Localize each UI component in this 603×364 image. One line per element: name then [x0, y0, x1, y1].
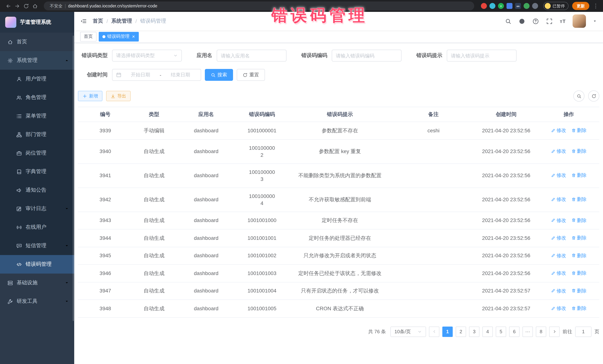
message-icon	[16, 243, 22, 249]
colorzilla-extension-icon[interactable]	[489, 3, 495, 9]
sidebar-scrollbar[interactable]	[73, 36, 74, 321]
avatar[interactable]	[573, 14, 586, 28]
edit-link[interactable]: 修改	[551, 172, 566, 179]
breadcrumb-item[interactable]: 首页	[93, 18, 103, 24]
next-page-button[interactable]	[549, 326, 560, 337]
page-button-5[interactable]: 5	[496, 326, 506, 337]
delete-link[interactable]: 删除	[571, 172, 587, 179]
sidebar-item-infrastructure[interactable]: 基础设施	[0, 274, 74, 292]
sidebar-item-notice-announcement[interactable]: 通知公告	[0, 181, 74, 199]
page-button-2[interactable]: 2	[456, 326, 466, 337]
sidebar-item-audit-log[interactable]: 审计日志	[0, 199, 74, 218]
refresh-table-button[interactable]	[588, 90, 599, 101]
goto-page-input[interactable]	[575, 326, 591, 337]
date-range-picker[interactable]: 开始日期 - 结束日期	[112, 69, 201, 81]
total-count: 共 76 条	[368, 328, 386, 335]
edit-link[interactable]: 修改	[551, 287, 566, 294]
error-code-input[interactable]	[336, 53, 397, 58]
sidebar-item-dict-management[interactable]: 字典管理	[0, 162, 74, 181]
reset-button[interactable]: 重置	[237, 69, 265, 81]
page-button-6[interactable]: 6	[509, 326, 520, 337]
font-size-icon[interactable]: тT	[560, 18, 566, 24]
browser-menu-icon[interactable]: ⋮	[593, 3, 599, 9]
delete-link[interactable]: 删除	[571, 269, 587, 276]
error-hint-input[interactable]	[451, 53, 512, 58]
close-icon[interactable]: ×	[132, 34, 135, 39]
delete-link[interactable]: 删除	[571, 287, 587, 294]
address-bar[interactable]: 不安全 | dashboard.yudao.iocoder.cn/system/…	[44, 1, 474, 10]
hamburger-icon[interactable]	[80, 18, 87, 24]
delete-link[interactable]: 删除	[571, 234, 587, 241]
sidebar-item-label: 部门管理	[26, 131, 46, 138]
tab-error-code-management[interactable]: 错误码管理×	[99, 32, 139, 41]
delete-link[interactable]: 删除	[571, 127, 587, 134]
edit-link[interactable]: 修改	[551, 217, 566, 224]
app-name-input[interactable]	[221, 53, 282, 58]
add-button[interactable]: 新增	[78, 91, 103, 101]
table-row: 3940自动生成dashboard1001000002参数配置 key 重复20…	[78, 139, 599, 164]
edit-link[interactable]: 修改	[551, 305, 566, 312]
vue-devtools-extension-icon[interactable]: V	[498, 3, 504, 9]
profile-paused-badge[interactable]: 已暂停	[543, 2, 568, 10]
page-button-3[interactable]: 3	[469, 326, 479, 337]
sidebar-item-post-management[interactable]: 岗位管理	[0, 144, 74, 162]
column-header-type: 类型	[133, 107, 175, 122]
edit-icon	[551, 218, 556, 222]
cell-id: 3940	[78, 139, 133, 164]
edit-link-label: 修改	[557, 196, 566, 203]
sidebar-item-system-management[interactable]: 系统管理	[0, 51, 74, 70]
app-logo[interactable]: 芋道管理系统	[0, 12, 74, 33]
home-icon[interactable]	[30, 1, 39, 10]
sidebar-item-user-management[interactable]: 用户管理	[0, 70, 74, 88]
fullscreen-icon[interactable]	[546, 18, 552, 24]
reset-button-label: 重置	[249, 72, 259, 78]
back-icon[interactable]	[4, 1, 13, 10]
forward-icon[interactable]	[13, 1, 22, 10]
sidebar-item-dev-tools[interactable]: 研发工具	[0, 292, 74, 311]
export-button[interactable]: 导出	[106, 91, 131, 101]
sidebar-item-home[interactable]: 首页	[0, 33, 74, 51]
column-header-time: 创建时间	[474, 107, 538, 122]
delete-link[interactable]: 删除	[571, 196, 587, 203]
edit-link[interactable]: 修改	[551, 269, 566, 276]
sidebar-item-dept-management[interactable]: 部门管理	[0, 125, 74, 144]
edit-link[interactable]: 修改	[551, 252, 566, 259]
tab-home[interactable]: 首页	[80, 32, 96, 41]
prev-page-button[interactable]	[429, 326, 439, 337]
adblock-extension-icon[interactable]	[481, 3, 487, 9]
sidebar-item-error-code-management[interactable]: 错误码管理	[0, 255, 74, 274]
cell-app: dashboard	[175, 139, 237, 164]
delete-link[interactable]: 删除	[571, 305, 587, 312]
toggle-search-button[interactable]	[573, 90, 584, 101]
delete-link[interactable]: 删除	[571, 252, 587, 259]
page-button-1[interactable]: 1	[442, 326, 453, 337]
sidebar-item-sms-management[interactable]: 短信管理	[0, 236, 74, 255]
error-type-select[interactable]: 请选择错误码类型	[112, 50, 182, 62]
page-button-8[interactable]: 8	[536, 326, 546, 337]
grid-extension-icon[interactable]	[507, 3, 512, 9]
question-icon[interactable]	[532, 18, 539, 24]
caret-down-icon[interactable]	[593, 19, 597, 23]
sidebar-item-menu-management[interactable]: 菜单管理	[0, 107, 74, 125]
page-button-4[interactable]: 4	[482, 326, 493, 337]
edit-link[interactable]: 修改	[551, 234, 566, 241]
github-icon[interactable]	[519, 18, 525, 24]
leaf-extension-icon[interactable]	[524, 3, 530, 9]
sidebar-item-online-users[interactable]: 在线用户	[0, 218, 74, 236]
page-size-select[interactable]: 10条/页	[390, 326, 426, 337]
edit-link[interactable]: 修改	[551, 196, 566, 203]
sidebar-item-role-management[interactable]: 角色管理	[0, 88, 74, 107]
reload-icon[interactable]	[22, 1, 30, 10]
breadcrumb-item[interactable]: 系统管理	[111, 18, 132, 24]
browser-update-button[interactable]: 更新	[572, 2, 589, 10]
url-text: dashboard.yudao.iocoder.cn/system/error-…	[68, 4, 468, 8]
onetab-extension-icon[interactable]: on	[515, 3, 521, 9]
search-button[interactable]: 搜索	[205, 69, 233, 81]
page-button-ellipsis[interactable]: ···	[522, 326, 533, 337]
search-icon[interactable]	[505, 18, 511, 24]
delete-link[interactable]: 删除	[571, 217, 587, 224]
edit-link[interactable]: 修改	[551, 148, 566, 155]
delete-link[interactable]: 删除	[571, 148, 587, 155]
puzzle-extension-icon[interactable]	[532, 3, 538, 9]
edit-link[interactable]: 修改	[551, 127, 566, 134]
